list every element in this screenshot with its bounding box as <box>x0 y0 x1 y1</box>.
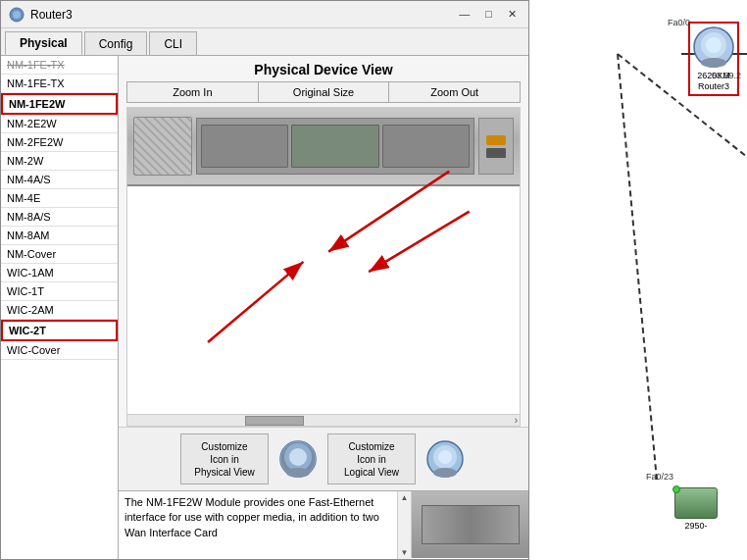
title-bar-left: Router3 <box>9 7 73 23</box>
description-text: The NM-1FE2W Module provides one Fast-Et… <box>119 491 397 559</box>
device-view-panel: Physical Device View Zoom In Original Si… <box>119 56 528 559</box>
module-item-nm4as[interactable]: NM-4A/S <box>1 171 118 189</box>
module-item-nm2w[interactable]: NM-2W <box>1 152 118 171</box>
connection-indicator <box>672 485 680 493</box>
device-canvas: › <box>126 107 521 427</box>
module-list[interactable]: NM-1FE-TX NM-1FE-TX NM-1FE2W NM-2E2W NM-… <box>1 56 119 559</box>
description-scrollbar[interactable]: ▲ ▼ <box>397 491 411 559</box>
thumbnail-chassis <box>422 505 520 544</box>
zoom-in-button[interactable]: Zoom In <box>127 82 259 102</box>
logical-icon-svg <box>425 439 465 479</box>
device-view-title: Physical Device View <box>119 56 528 81</box>
power-button <box>486 148 506 158</box>
maximize-button[interactable]: □ <box>481 8 496 21</box>
tab-bar: Physical Config CLI <box>1 28 528 56</box>
ip-label: 58.39.2 <box>712 71 741 80</box>
router3-node[interactable]: 2620XM Router3 <box>688 22 739 96</box>
module-item-wic2am[interactable]: WIC-2AM <box>1 301 118 320</box>
topology-panel: 2620XM Router3 Fa0/0 58.39.2 2950- Fa0/2… <box>529 0 747 560</box>
router3-icon <box>692 25 735 69</box>
physical-router-icon <box>276 437 320 481</box>
slot-3 <box>382 125 470 168</box>
power-indicator <box>486 135 506 145</box>
chassis-right-panel <box>478 118 514 175</box>
svg-point-9 <box>289 448 307 466</box>
switch-icon <box>674 487 718 519</box>
module-item-nm1fe2w[interactable]: NM-1FE2W <box>1 93 118 115</box>
canvas-scrollbar[interactable]: › <box>127 414 520 426</box>
chassis-left-panel <box>133 117 192 176</box>
module-item-wiccover[interactable]: WIC-Cover <box>1 341 118 360</box>
switch-label: 2950- <box>684 521 707 531</box>
module-item-wic2t[interactable]: WIC-2T <box>1 320 118 341</box>
module-item-nmcover[interactable]: NM-Cover <box>1 245 118 264</box>
chassis-slots <box>196 118 474 175</box>
svg-point-13 <box>438 450 452 464</box>
description-panel: The NM-1FE2W Module provides one Fast-Et… <box>119 490 528 559</box>
router-chassis <box>127 108 520 186</box>
svg-point-20 <box>706 37 722 53</box>
window-title: Router3 <box>30 8 73 22</box>
logical-router-icon <box>423 437 467 481</box>
svg-line-16 <box>618 54 657 481</box>
main-content: NM-1FE-TX NM-1FE-TX NM-1FE2W NM-2E2W NM-… <box>1 56 528 559</box>
tab-physical[interactable]: Physical <box>5 31 82 55</box>
svg-point-14 <box>433 468 457 478</box>
minimize-button[interactable]: — <box>455 8 473 21</box>
zoom-out-button[interactable]: Zoom Out <box>389 82 520 102</box>
slot-2 <box>291 125 378 168</box>
svg-line-5 <box>208 262 303 342</box>
title-controls: — □ ✕ <box>455 8 521 21</box>
module-item-nm1fetx-s[interactable]: NM-1FE-TX <box>1 56 118 75</box>
module-item-wic1t[interactable]: WIC-1T <box>1 282 118 301</box>
module-item-nm8am[interactable]: NM-8AM <box>1 227 118 245</box>
bottom-buttons: CustomizeIcon inPhysical View CustomizeI… <box>119 427 528 490</box>
module-item-nm8as[interactable]: NM-8A/S <box>1 208 118 227</box>
customize-logical-label: CustomizeIcon inLogical View <box>344 440 399 479</box>
module-item-nm1fetx[interactable]: NM-1FE-TX <box>1 75 118 93</box>
close-button[interactable]: ✕ <box>504 8 521 21</box>
module-item-nm2e2w[interactable]: NM-2E2W <box>1 115 118 133</box>
router-title-icon <box>9 7 25 23</box>
customize-logical-button[interactable]: CustomizeIcon inLogical View <box>327 433 416 484</box>
svg-point-21 <box>701 58 726 68</box>
title-bar: Router3 — □ ✕ <box>1 1 528 28</box>
router3-window: Router3 — □ ✕ Physical Config CLI NM-1FE… <box>0 0 529 560</box>
switch-node[interactable]: 2950- <box>674 487 718 531</box>
scroll-thumb[interactable] <box>245 416 304 426</box>
tab-config[interactable]: Config <box>84 31 148 55</box>
physical-icon-svg <box>278 439 318 479</box>
module-item-nm4e[interactable]: NM-4E <box>1 189 118 208</box>
slot-1 <box>201 125 288 168</box>
customize-physical-label: CustomizeIcon inPhysical View <box>194 440 255 479</box>
fa0-23-label: Fa0/23 <box>646 472 673 482</box>
tab-cli[interactable]: CLI <box>149 31 197 55</box>
zoom-controls: Zoom In Original Size Zoom Out <box>126 81 521 103</box>
description-device-thumbnail <box>411 491 528 558</box>
svg-point-10 <box>286 468 310 478</box>
svg-point-1 <box>13 11 21 19</box>
svg-line-4 <box>369 212 470 273</box>
module-item-nm2fe2w[interactable]: NM-2FE2W <box>1 133 118 152</box>
scroll-down-arrow[interactable]: ▼ <box>399 546 411 559</box>
fa0-0-label: Fa0/0 <box>668 18 690 27</box>
scroll-up-arrow[interactable]: ▲ <box>399 491 411 504</box>
module-item-wic1am[interactable]: WIC-1AM <box>1 264 118 282</box>
customize-physical-button[interactable]: CustomizeIcon inPhysical View <box>180 433 269 484</box>
original-size-button[interactable]: Original Size <box>259 82 390 102</box>
scroll-right-arrow[interactable]: › <box>515 415 518 426</box>
